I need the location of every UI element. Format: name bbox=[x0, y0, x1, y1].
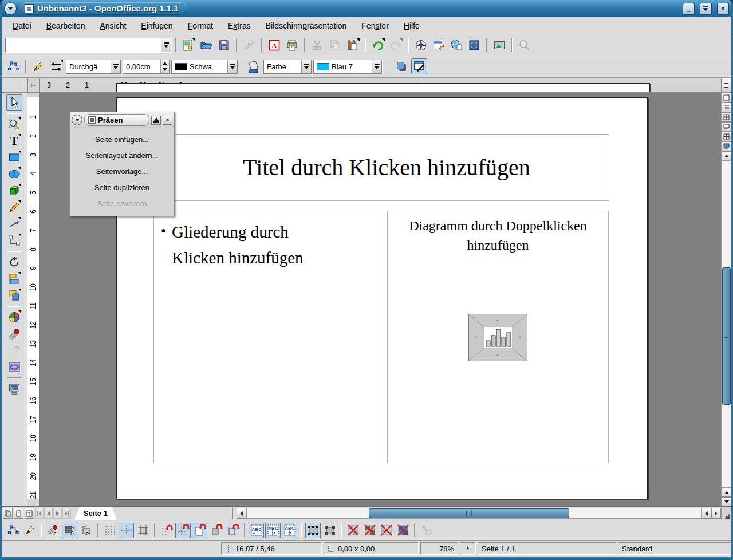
menu-item[interactable]: Format bbox=[180, 19, 220, 33]
palette-item[interactable]: Seite duplizieren bbox=[70, 179, 174, 195]
line-width-spinner[interactable]: 0,00cm bbox=[123, 60, 170, 74]
paste-button[interactable] bbox=[345, 37, 361, 53]
export-pdf-button[interactable]: A bbox=[266, 37, 282, 53]
shadow-button[interactable] bbox=[393, 58, 409, 74]
text-doubleclick-mode-toggle[interactable]: ABC bbox=[282, 523, 297, 538]
edit-file-button[interactable] bbox=[241, 37, 257, 53]
horizontal-scroll-thumb[interactable] bbox=[369, 508, 569, 518]
scroll-left-button-2[interactable] bbox=[702, 508, 711, 519]
page-mode-button[interactable] bbox=[3, 508, 13, 519]
snap-to-object-points-toggle[interactable] bbox=[225, 523, 241, 538]
tab-stop-selector[interactable]: ⊢ bbox=[27, 78, 40, 92]
new-document-button[interactable] bbox=[180, 37, 196, 53]
save-button[interactable] bbox=[216, 37, 232, 53]
curve-tool-button[interactable] bbox=[6, 199, 22, 215]
vertical-ruler[interactable]: 123456789101112131415161718192021 bbox=[27, 93, 40, 506]
line-pen-button[interactable] bbox=[30, 58, 46, 74]
palette-item[interactable]: Seite erweitern bbox=[70, 195, 174, 211]
palette-item[interactable]: Seitenlayout ändern... bbox=[70, 147, 174, 163]
print-button[interactable] bbox=[284, 37, 300, 53]
menu-item[interactable]: Bildschirmpräsentation bbox=[258, 19, 354, 33]
snap-to-snaplines-toggle[interactable] bbox=[175, 523, 191, 538]
notes-view-button[interactable] bbox=[722, 122, 731, 132]
zoom-scale-button[interactable] bbox=[466, 37, 482, 53]
resize-corner[interactable] bbox=[721, 507, 731, 520]
picture-placeholder-toggle[interactable] bbox=[345, 523, 361, 538]
spin-up-icon[interactable] bbox=[161, 60, 169, 67]
hyperlink-button[interactable] bbox=[448, 37, 464, 53]
vertical-scroll-thumb[interactable] bbox=[722, 267, 731, 405]
area-fill-combo[interactable]: Farbe bbox=[263, 60, 312, 74]
spin-down-icon[interactable] bbox=[161, 66, 169, 73]
minimize-button[interactable]: _ bbox=[683, 3, 695, 15]
effects-button[interactable] bbox=[6, 309, 22, 325]
objects3d-tool-button[interactable] bbox=[6, 183, 22, 199]
page-style-field[interactable]: Standard bbox=[618, 542, 730, 555]
zoom-level-field[interactable]: 78% bbox=[420, 542, 458, 555]
menu-item[interactable]: Bearbeiten bbox=[39, 19, 93, 33]
area-fill-dropdown[interactable] bbox=[301, 60, 311, 73]
scroll-up-button-2[interactable] bbox=[722, 488, 731, 497]
palette-close-button[interactable]: × bbox=[163, 116, 172, 125]
glue-points-toggle[interactable] bbox=[22, 523, 37, 538]
alignment-button[interactable] bbox=[6, 271, 22, 287]
scroll-right-button[interactable] bbox=[711, 508, 721, 519]
maximize-button[interactable] bbox=[700, 3, 712, 15]
horizontal-scroll-track[interactable] bbox=[246, 508, 702, 519]
palette-rollup-button[interactable] bbox=[151, 116, 161, 125]
workspace[interactable]: Titel durch Klicken hinzufügen • Glieder… bbox=[40, 93, 721, 506]
large-handles-toggle[interactable] bbox=[322, 523, 337, 538]
controller-3d-button[interactable] bbox=[6, 359, 22, 375]
quick-edit-toggle[interactable] bbox=[62, 523, 77, 538]
url-dropdown-button[interactable] bbox=[161, 38, 171, 52]
slide-page[interactable]: Titel durch Klicken hinzufügen • Glieder… bbox=[116, 97, 648, 499]
url-input[interactable] bbox=[6, 38, 161, 52]
line-width-value[interactable]: 0,00cm bbox=[123, 60, 160, 73]
page-tab[interactable]: Seite 1 bbox=[74, 507, 117, 520]
snap-to-margins-toggle[interactable] bbox=[192, 523, 207, 538]
start-presentation-button[interactable] bbox=[6, 381, 22, 397]
text-edit-mode-toggle[interactable]: ABC bbox=[249, 523, 264, 538]
undo-button[interactable] bbox=[370, 37, 386, 53]
copy-button[interactable] bbox=[327, 37, 343, 53]
rotate-tool-button[interactable] bbox=[6, 254, 22, 270]
simple-handles-toggle[interactable] bbox=[305, 523, 321, 538]
palette-item[interactable]: Seitenvorlage... bbox=[70, 163, 174, 179]
guides-when-moving-toggle[interactable] bbox=[135, 523, 151, 538]
scroll-down-button[interactable] bbox=[722, 497, 731, 506]
area-color-combo[interactable]: Blau 7 bbox=[313, 60, 382, 74]
rectangle-tool-button[interactable] bbox=[6, 149, 22, 165]
animation-effects-button[interactable] bbox=[6, 342, 22, 358]
chart-icon[interactable] bbox=[468, 314, 527, 361]
page-number-field[interactable]: Seite 1 / 1 bbox=[478, 542, 616, 555]
edit-points-button[interactable] bbox=[5, 58, 21, 74]
horizontal-scrollbar[interactable] bbox=[237, 508, 721, 519]
master-mode-button[interactable] bbox=[14, 508, 23, 519]
menu-item[interactable]: Fenster bbox=[354, 19, 396, 33]
select-text-area-toggle[interactable] bbox=[78, 523, 94, 538]
line-color-dropdown[interactable] bbox=[227, 60, 237, 73]
navigator-button[interactable] bbox=[413, 37, 429, 53]
redo-button[interactable] bbox=[388, 37, 404, 53]
url-combo[interactable] bbox=[5, 38, 171, 52]
palette-item[interactable]: Seite einfügen... bbox=[70, 131, 174, 147]
open-button[interactable] bbox=[198, 37, 214, 53]
line-width-spin-buttons[interactable] bbox=[160, 60, 169, 73]
rotation-mode-toggle[interactable] bbox=[45, 523, 61, 538]
outline-placeholder[interactable]: • Gliederung durch Klicken hinzufügen bbox=[153, 211, 376, 463]
interaction-button[interactable] bbox=[6, 326, 22, 342]
layer-mode-button[interactable] bbox=[25, 508, 34, 519]
snap-to-grid-toggle[interactable] bbox=[159, 523, 174, 538]
palette-menu-button[interactable] bbox=[72, 115, 82, 125]
first-page-button[interactable] bbox=[35, 508, 44, 519]
gallery-button[interactable] bbox=[491, 37, 507, 53]
chart-placeholder[interactable]: Diagramm durch Doppelklicken hinzufügen bbox=[387, 211, 609, 463]
menu-item[interactable]: Einfügen bbox=[133, 19, 180, 33]
menu-item[interactable]: Hilfe bbox=[396, 19, 427, 33]
snap-lines-visible-toggle[interactable] bbox=[119, 523, 134, 538]
arrow-ends-button[interactable] bbox=[48, 58, 64, 74]
last-page-button[interactable] bbox=[62, 508, 71, 519]
drawing-view-button[interactable] bbox=[722, 93, 731, 102]
vertical-scrollbar[interactable] bbox=[722, 160, 731, 488]
title-placeholder[interactable]: Titel durch Klicken hinzufügen bbox=[164, 134, 609, 201]
